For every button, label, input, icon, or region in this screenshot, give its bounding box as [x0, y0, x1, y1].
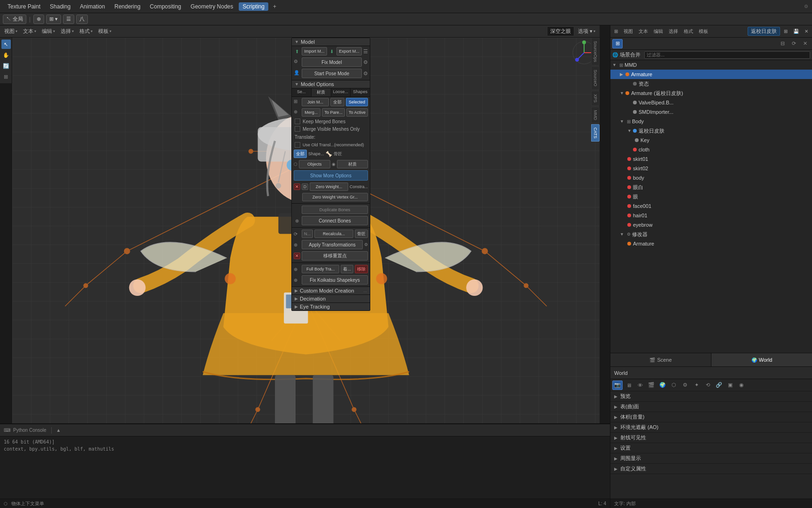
rph-save-btn[interactable]: 💾 — [791, 27, 801, 36]
model-menu-icon[interactable]: ☰ — [363, 48, 368, 55]
all-btn2[interactable]: 全部 — [294, 150, 307, 158]
menu-geometry-nodes[interactable]: Geometry Nodes — [187, 2, 237, 11]
zero-d-btn[interactable]: D — [302, 183, 308, 190]
prop-row-display[interactable]: ▶ 周围显示 — [610, 453, 812, 464]
tree-item-armature-active[interactable]: ▶ Armature — [610, 70, 812, 79]
menu-shading[interactable]: Shading — [46, 2, 74, 11]
tree-item-armature3[interactable]: Armature — [610, 239, 812, 248]
move-origin-button[interactable]: 移移重置点 — [302, 251, 368, 261]
props-tab-particles[interactable]: ✦ — [691, 381, 702, 390]
tree-item-face001[interactable]: face001 — [610, 201, 812, 211]
menu-scripting[interactable]: Scripting — [239, 2, 268, 11]
import-button[interactable]: Import M... — [302, 47, 327, 56]
tree-item-skirt02[interactable]: skirt02 — [610, 164, 812, 173]
decimation-header[interactable]: ▶ Decimation — [292, 294, 370, 302]
props-tab-data[interactable]: ▣ — [725, 381, 735, 390]
side-tab-xps[interactable]: XPS — [591, 91, 600, 106]
to-active-button[interactable]: To Active — [346, 108, 368, 117]
tree-item-armature2[interactable]: ▼ Armature (返校日皮肤) — [610, 88, 812, 98]
rph-view[interactable]: 视图 — [622, 27, 635, 36]
prop-row-settings[interactable]: ▶ 设置 — [610, 443, 812, 453]
props-tab-output[interactable]: 🖥 — [624, 381, 634, 390]
console-toggle[interactable]: ▲ — [56, 428, 61, 433]
vph-text-btn[interactable]: 文本 — [21, 27, 39, 36]
props-tab-constraints[interactable]: 🔗 — [714, 381, 724, 390]
side-tab-sourceops[interactable]: SourceOps — [591, 38, 600, 65]
recalc-n-button[interactable]: N... — [302, 230, 313, 238]
tree-item-skin[interactable]: ▼ 返校日皮肤 — [610, 126, 812, 135]
toolbar2-mode-btn[interactable]: ↖ 全局 — [3, 15, 26, 24]
rph-format[interactable]: 格式 — [682, 27, 695, 36]
prop-row-ray[interactable]: ▶ 射线可见性 — [610, 433, 812, 443]
side-tab-mmd[interactable]: MMD — [591, 107, 600, 124]
selected-button[interactable]: Selected — [346, 98, 368, 106]
tree-item-hair01[interactable]: hair01 — [610, 211, 812, 220]
props-tab-object[interactable]: ⬡ — [669, 381, 679, 390]
vph-edit-btn[interactable]: 编辑 — [39, 27, 57, 36]
tab-loose[interactable]: Loose... — [331, 88, 351, 96]
toolbar2-overlay-btn[interactable]: ☰ — [63, 15, 74, 24]
tree-item-eyewhite[interactable]: 眼白 — [610, 183, 812, 192]
show-more-button[interactable]: Show More Options — [294, 170, 368, 181]
vph-select-btn[interactable]: 选择 — [58, 27, 76, 36]
tree-item-eye[interactable]: 眼 — [610, 192, 812, 201]
old-trans-checkbox[interactable] — [295, 142, 300, 148]
select-tool-icon[interactable]: ↖ — [1, 40, 11, 49]
pose-settings-icon[interactable]: ⚙ — [363, 71, 368, 77]
rph-close-btn[interactable]: ✕ — [803, 27, 810, 36]
props-tab-render[interactable]: 📷 — [612, 381, 623, 390]
rp-sync-btn[interactable]: ⟳ — [789, 39, 799, 48]
zero-vg-button[interactable]: Zero Weight Vertex Gr... — [302, 193, 368, 201]
rp-filter-btn[interactable]: ⊟ — [777, 39, 788, 48]
tree-item-pose[interactable]: 资态 — [610, 79, 812, 88]
toolbar2-xform-btn[interactable]: 八 — [76, 15, 88, 24]
menu-animation[interactable]: Animation — [76, 2, 109, 11]
model-section-header[interactable]: ▼ Model — [292, 38, 370, 46]
side-tab-cats[interactable]: CATS — [591, 124, 600, 142]
apply-transforms-button[interactable]: Apply Transformations — [302, 240, 363, 249]
merge-button[interactable]: Merg... — [302, 108, 320, 117]
tree-item-key[interactable]: Key — [610, 135, 812, 145]
toolbar2-snap-btn[interactable]: ⊞ ▾ — [46, 15, 61, 24]
rph-edit[interactable]: 编辑 — [652, 27, 665, 36]
to-parent-button[interactable]: To Pare... — [322, 108, 345, 117]
recalculate-button[interactable]: Recalcula... — [314, 230, 353, 238]
view-selector-btn[interactable]: 选项 ▾ — [576, 27, 598, 36]
toolbar2-pivot-btn[interactable]: ⊕ — [33, 15, 44, 24]
rph-template[interactable]: 模板 — [697, 27, 710, 36]
model-options-header[interactable]: ▼ Model Options — [292, 80, 370, 88]
objects-button[interactable]: Objects — [299, 160, 330, 168]
tree-item-skirt01[interactable]: skirt01 — [610, 154, 812, 164]
full-body-button[interactable]: Full Body Tra... — [302, 265, 339, 273]
tree-item-valvebiped[interactable]: ValveBiped.B... — [610, 98, 812, 107]
vph-template-btn[interactable]: 模板 — [96, 27, 114, 36]
rph-icon1[interactable]: ⊞ — [612, 27, 620, 36]
tab-se[interactable]: Se... — [292, 88, 312, 96]
world-tab[interactable]: 🌍 World — [711, 353, 812, 366]
props-tab-world[interactable]: 🌍 — [657, 381, 668, 390]
custom-model-header[interactable]: ▶ Custom Model Creation ... — [292, 286, 370, 294]
add-workspace-button[interactable]: + — [270, 2, 279, 11]
zero-x-btn[interactable]: ✕ — [294, 183, 300, 190]
prop-row-surface[interactable]: ▶ 表(曲)面 — [610, 402, 812, 412]
vph-format-btn[interactable]: 格式 — [77, 27, 95, 36]
scene-tab[interactable]: 🎬 Scene — [610, 353, 711, 366]
materials-button[interactable]: 材质 — [337, 160, 368, 168]
prop-row-volume2[interactable]: ▶ 体积(音量) — [610, 412, 812, 422]
fix-model-button[interactable]: Fix Model — [302, 57, 362, 67]
tree-item-body[interactable]: body — [610, 173, 812, 183]
prop-row-custom[interactable]: ▶ 自定义属性 — [610, 464, 812, 474]
merge-visible-checkbox[interactable] — [295, 126, 300, 132]
tree-item-body-collection[interactable]: ▼ ⊞ Body — [610, 117, 812, 126]
rph-icon-btn[interactable]: ⊞ — [782, 27, 789, 36]
vph-view-btn[interactable]: 视图 — [2, 27, 20, 36]
prop-row-ao[interactable]: ▶ 环境光遮蔽 (AO) — [610, 422, 812, 433]
tab-material[interactable]: 材质 — [312, 88, 331, 96]
rph-select[interactable]: 选择 — [667, 27, 680, 36]
fix-settings-icon[interactable]: ⚙ — [363, 59, 368, 65]
orbit-tool-icon[interactable]: 🔄 — [1, 61, 11, 71]
outliner-search-input[interactable] — [644, 51, 810, 59]
zero-weight-button[interactable]: Zero Weight... — [310, 183, 348, 191]
tree-item-mmd[interactable]: ▼ ⊞ MMD — [610, 60, 812, 70]
fix-koikatsu-button[interactable]: Fix Koikatsu Shapekeys — [302, 275, 368, 285]
